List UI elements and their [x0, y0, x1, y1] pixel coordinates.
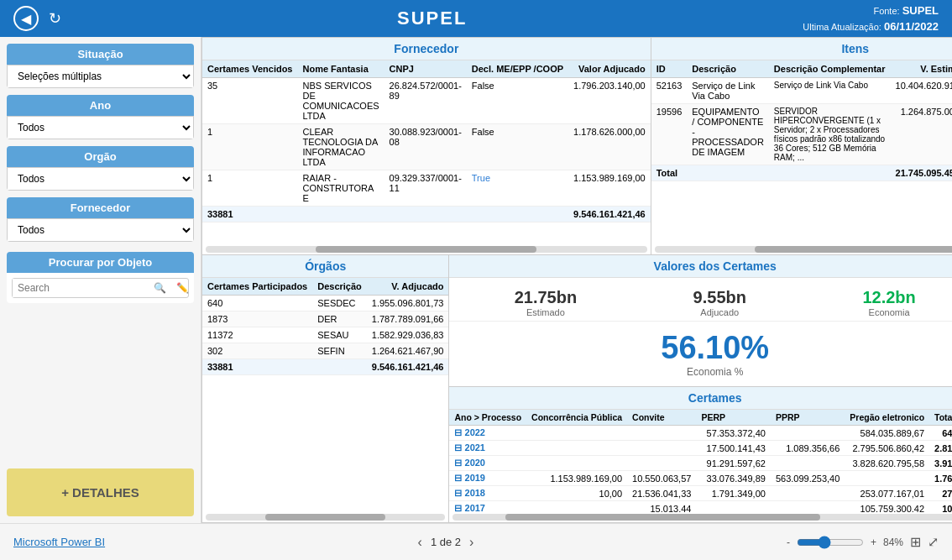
conc-cell: [526, 441, 627, 456]
id-cell: 19596: [651, 104, 688, 165]
refresh-button[interactable]: ↻: [49, 9, 61, 28]
valor-cell: 1.787.789.091,66: [367, 311, 449, 327]
ano-cell: ⊟ 2019: [449, 471, 526, 486]
table-row: 19596 EQUIPAMENTO / COMPONENTE - PROCESS…: [651, 104, 952, 165]
total-valor: 9.546.161.421,46: [568, 207, 651, 222]
header: ◀ ↻ SUPEL Fonte: SUPEL Ultima Atualizaçã…: [0, 0, 952, 37]
certames-cell: 1: [202, 170, 298, 207]
col-desc-org: Descrição: [312, 278, 367, 296]
situacao-select[interactable]: Seleções múltiplas: [7, 65, 194, 88]
orgaos-scrollbar[interactable]: [206, 514, 445, 521]
zoom-slider[interactable]: [797, 536, 864, 549]
col-pregao: Pregão eletronico: [845, 410, 929, 426]
nome-cell: NBS SERVICOS DE COMUNICACOES LTDA: [298, 78, 384, 124]
adjucado-label: Adjucado: [693, 307, 746, 317]
ano-cell: ⊟ 2018: [449, 486, 526, 501]
app-title: SUPEL: [61, 8, 803, 29]
table-row: 1 RAIAR - CONSTRUTORA E 09.329.337/0001-…: [202, 170, 651, 207]
col-nome-fantasia: Nome Fantasia: [298, 60, 384, 78]
brand-link[interactable]: Microsoft Power BI: [13, 536, 105, 548]
convite-cell: 21.536.041,33: [627, 486, 696, 501]
economia-pct-section: 56.10% Economia %: [449, 322, 952, 386]
estimado-num: 21.75bn: [515, 288, 577, 307]
table-row: 1873 DER 1.787.789.091,66: [202, 311, 448, 327]
prev-page-button[interactable]: ‹: [418, 535, 422, 550]
perp-cell: 57.353.372,40: [696, 426, 770, 441]
table-row: 302 SEFIN 1.264.621.467,90: [202, 343, 448, 359]
valor-cell: 1.264.621.467,90: [367, 343, 449, 359]
table-row: ⊟ 2018 10,00 21.536.041,33 1.791.349,00 …: [449, 486, 952, 501]
decl-cell: False: [467, 124, 568, 170]
col-v-adj-org: V. Adjucado: [367, 278, 449, 296]
edit-icon[interactable]: ✏️: [171, 279, 194, 297]
fit-screen-button[interactable]: ⊞: [910, 534, 921, 550]
certames-part-cell: 302: [202, 343, 312, 359]
pagination: ‹ 1 de 2 ›: [418, 535, 474, 550]
ano-cell: ⊟ 2017: [449, 501, 526, 513]
itens-title: Itens: [651, 38, 952, 60]
desc-cell: Serviço de Link Via Cabo: [687, 78, 769, 104]
adjucado-num: 9.55bn: [693, 288, 746, 307]
pprp-cell: [771, 456, 845, 471]
pprp-cell: 1.089.356,66: [771, 441, 845, 456]
ano-cell: ⊟ 2020: [449, 456, 526, 471]
ano-title: Ano: [7, 95, 194, 116]
itens-scrollbar[interactable]: [655, 246, 952, 253]
valores-panel: Valores dos Certames 21.75bn Estimado 9.…: [449, 255, 952, 387]
table-row: 11372 SESAU 1.582.929.036,83: [202, 327, 448, 343]
total-cell: 276.404: [929, 486, 952, 501]
details-button[interactable]: + DETALHES: [7, 468, 194, 516]
valor-cell: 1.153.989.169,00: [568, 170, 651, 207]
total-est: 21.745.095.451,32: [891, 165, 952, 181]
fornecedor-select[interactable]: Todos: [7, 218, 194, 242]
perp-cell: 91.291.597,62: [696, 456, 770, 471]
desc-cell: SEFIN: [312, 343, 367, 359]
pregao-cell: 2.795.506.860,42: [845, 441, 929, 456]
fornecedor-table-wrap: Certames Vencidos Nome Fantasia CNPJ Dec…: [202, 60, 651, 244]
perp-cell: 33.076.349,89: [696, 471, 770, 486]
table-row: 640 SESDEC 1.955.096.801,73: [202, 296, 448, 311]
decl-cell: False: [467, 78, 568, 124]
comp-cell: Serviço de Link Via Cabo: [769, 78, 891, 104]
col-id: ID: [651, 60, 688, 78]
atualizacao-label: Ultima Atualização:: [803, 22, 881, 32]
certames-panel: Certames Ano > Processo Concorrência Púb…: [449, 387, 952, 523]
certames-cell: 35: [202, 78, 298, 124]
fullscreen-button[interactable]: ⤢: [928, 534, 939, 550]
search-input[interactable]: [13, 279, 149, 297]
total-cell: 105.774: [929, 501, 952, 513]
adjucado-item: 9.55bn Adjucado: [693, 288, 746, 317]
itens-table: ID Descrição Descrição Complementar V. E…: [651, 60, 952, 181]
total-valor: 9.546.161.421,46: [367, 359, 449, 375]
table-row-total: 338819.546.161.421,46: [202, 359, 448, 375]
certames-table-wrap: Ano > Processo Concorrência Pública Conv…: [449, 410, 952, 512]
valor-cell: 1.796.203.140,00: [568, 78, 651, 124]
col-total: Total: [929, 410, 952, 426]
back-button[interactable]: ◀: [13, 6, 39, 31]
convite-cell: 10.550.063,57: [627, 471, 696, 486]
col-convite: Convite: [627, 410, 696, 426]
col-cnpj: CNPJ: [384, 60, 467, 78]
next-page-button[interactable]: ›: [469, 535, 473, 550]
ano-select[interactable]: Todos: [7, 116, 194, 139]
fornecedor-scrollbar[interactable]: [206, 246, 647, 253]
orgao-select[interactable]: Todos: [7, 167, 194, 191]
conc-cell: [526, 501, 627, 513]
orgao-filter: Orgão Todos: [7, 146, 194, 191]
search-icon[interactable]: 🔍: [149, 279, 171, 297]
table-row: ⊟ 2022 57.353.372,40 584.035.889,67 641.…: [449, 426, 952, 441]
content-area: Fornecedor Certames Vencidos Nome Fantas…: [201, 37, 952, 523]
economia-pct-label: Economia %: [458, 366, 952, 378]
orgaos-panel: Órgãos Certames Participados Descrição V…: [201, 255, 449, 523]
fornecedor-filter-title: Fornecedor: [7, 197, 194, 218]
conc-cell: [526, 456, 627, 471]
estimado-cell: 10.404.620.910,00: [891, 78, 952, 104]
orgaos-title: Órgãos: [202, 255, 448, 278]
economia-pct-value: 56.10%: [458, 330, 952, 366]
table-row: ⊟ 2021 17.500.141,43 1.089.356,66 2.795.…: [449, 441, 952, 456]
certames-scrollbar[interactable]: [452, 514, 952, 521]
bottom-panels: Órgãos Certames Participados Descrição V…: [201, 255, 952, 523]
ano-cell: ⊟ 2021: [449, 441, 526, 456]
perp-cell: 1.791.349,00: [696, 486, 770, 501]
total-certames: 33881: [202, 207, 298, 222]
